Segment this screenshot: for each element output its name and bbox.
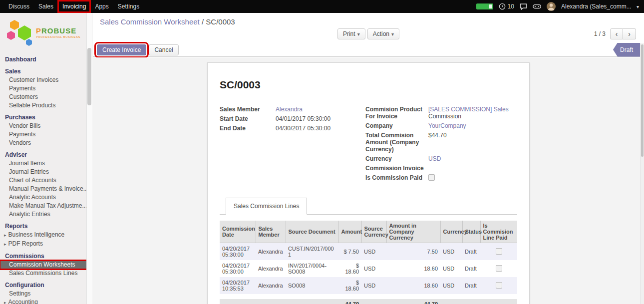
sidebar-item-customers[interactable]: Customers — [0, 93, 92, 101]
sidebar-item-manual-payments-invoice[interactable]: Manual Payments & Invoice... — [0, 185, 92, 193]
cell-amount-company[interactable]: 18.60 — [386, 260, 440, 277]
cell-currency[interactable]: USD — [440, 243, 462, 261]
cell-commission-date[interactable]: 04/20/2017 10:35:53 — [220, 277, 256, 294]
sidebar-item-sellable-products[interactable]: Sellable Products — [0, 101, 92, 110]
avatar[interactable] — [547, 2, 556, 11]
field-value-currency[interactable]: USD — [428, 155, 441, 162]
sidebar-item-commission-worksheets[interactable]: Commission Worksheets — [0, 261, 92, 269]
cell-amount-company[interactable]: 18.60 — [386, 277, 440, 294]
cell-source-currency[interactable]: USD — [361, 243, 386, 261]
sidebar-heading-purchases[interactable]: Purchases — [0, 112, 92, 122]
sidebar-heading-sales[interactable]: Sales — [0, 66, 92, 76]
cancel-button[interactable]: Cancel — [149, 44, 178, 55]
sidebar-item-chart-of-accounts[interactable]: Chart of Accounts — [0, 176, 92, 185]
sidebar-item-customer-invoices[interactable]: Customer Invoices — [0, 76, 92, 84]
table-row[interactable]: 04/20/2017 10:35:53 Alexandra SO008 $ 18… — [220, 277, 517, 294]
breadcrumb-parent-link[interactable]: Sales Commission Worksheet — [100, 17, 200, 26]
line-paid-checkbox[interactable] — [496, 265, 502, 272]
debug-icon[interactable] — [533, 3, 541, 9]
caret-down-icon — [637, 3, 639, 10]
line-paid-checkbox[interactable] — [496, 248, 502, 255]
sidebar-item-journal-items[interactable]: Journal Items — [0, 159, 92, 168]
cell-amount[interactable]: $ 18.60 — [338, 277, 361, 294]
column-header-is-commission-line-paid[interactable]: Is Commision Line Paid — [480, 221, 517, 243]
sidebar-item-settings[interactable]: Settings — [0, 290, 92, 298]
sidebar-item-vendors[interactable]: Vendors — [0, 139, 92, 147]
tab-sales-commission-lines[interactable]: Sales Commission Lines — [226, 198, 307, 215]
sidebar-item-business-intelligence[interactable]: Business Intelligence — [0, 231, 92, 240]
cell-source-document[interactable]: CUST.IN/2017/0001 — [286, 243, 338, 261]
user-menu[interactable]: Alexandra (Sales_comm... — [561, 3, 631, 10]
breadcrumb-separator: / — [200, 17, 206, 26]
sidebar-item-sales-commissions-lines[interactable]: Sales Commissions Lines — [0, 269, 92, 278]
cell-status[interactable]: Draft — [462, 243, 480, 261]
cell-commission-date[interactable]: 04/20/2017 05:30:00 — [220, 243, 256, 261]
field-value-commission-product[interactable]: [SALES COMMISSION] Sales — [428, 106, 509, 113]
status-badge-draft[interactable]: Draft — [613, 43, 640, 57]
cell-status[interactable]: Draft — [462, 277, 480, 294]
cell-currency[interactable]: USD — [440, 260, 462, 277]
sidebar-item-accounting[interactable]: Accounting — [0, 298, 92, 304]
sidebar-item-make-manual-tax-adjustment[interactable]: Make Manual Tax Adjustme... — [0, 202, 92, 210]
field-value-sales-member[interactable]: Alexandra — [276, 106, 303, 113]
field-value-end-date: 04/30/2017 05:30:00 — [276, 125, 360, 132]
table-row[interactable]: 04/20/2017 05:30:00 Alexandra CUST.IN/20… — [220, 243, 517, 261]
line-paid-checkbox[interactable] — [496, 282, 502, 289]
sidebar-scrollbar-thumb[interactable] — [87, 48, 91, 105]
sidebar-heading-configuration[interactable]: Configuration — [0, 280, 92, 290]
cell-sales-member[interactable]: Alexandra — [256, 243, 286, 261]
sidebar-item-analytic-accounts[interactable]: Analytic Accounts — [0, 193, 92, 202]
sidebar-heading-adviser[interactable]: Adviser — [0, 150, 92, 159]
is-commission-paid-checkbox[interactable] — [428, 174, 435, 181]
cell-sales-member[interactable]: Alexandra — [256, 277, 286, 294]
cell-source-currency[interactable]: USD — [361, 277, 386, 294]
create-invoice-button[interactable]: Create Invoice — [97, 44, 146, 55]
sidebar-item-dashboard[interactable]: Dashboard — [0, 54, 92, 64]
window-scrollbar-thumb[interactable] — [641, 44, 644, 157]
sidebar-item-vendor-bills[interactable]: Vendor Bills — [0, 122, 92, 130]
column-header-status[interactable]: Status — [462, 221, 480, 243]
column-header-currency[interactable]: Currency — [440, 221, 462, 243]
cell-amount[interactable]: $ 7.50 — [338, 243, 361, 261]
cell-source-currency[interactable]: USD — [361, 260, 386, 277]
print-button[interactable]: Print — [337, 28, 365, 39]
menu-sales[interactable]: Sales — [34, 0, 58, 12]
cell-amount-company[interactable]: 7.50 — [386, 243, 440, 261]
menu-invoicing[interactable]: Invoicing — [58, 0, 90, 12]
activity-counter[interactable]: 10 — [499, 3, 514, 10]
cell-currency[interactable]: USD — [440, 277, 462, 294]
column-header-commission-date[interactable]: Commission Date — [220, 221, 256, 243]
column-header-source-document[interactable]: Source Document — [286, 221, 338, 243]
sidebar-item-analytic-entries[interactable]: Analytic Entries — [0, 210, 92, 219]
menu-apps[interactable]: Apps — [90, 0, 113, 12]
cell-sales-member[interactable]: Alexandra — [256, 260, 286, 277]
table-row[interactable]: 04/20/2017 05:30:00 Alexandra INV/2017/0… — [220, 260, 517, 277]
window-scrollbar[interactable] — [640, 43, 644, 304]
sidebar-scrollbar[interactable] — [86, 13, 92, 304]
cell-commission-date[interactable]: 04/20/2017 05:30:00 — [220, 260, 256, 277]
cell-status[interactable]: Draft — [462, 260, 480, 277]
sidebar-item-payments-sales[interactable]: Payments — [0, 84, 92, 93]
menu-settings[interactable]: Settings — [113, 0, 144, 12]
column-header-sales-member[interactable]: Sales Member — [256, 221, 286, 243]
sidebar-item-pdf-reports[interactable]: PDF Reports — [0, 240, 92, 249]
column-header-amount-company-currency[interactable]: Amount in Company Currency — [386, 221, 440, 243]
logo-tagline: PROFESSIONAL BUSINESS — [36, 35, 80, 39]
menu-discuss[interactable]: Discuss — [4, 0, 34, 12]
cell-source-document[interactable]: SO008 — [286, 277, 338, 294]
cell-amount[interactable]: $ 18.60 — [338, 260, 361, 277]
column-header-amount[interactable]: Amount — [338, 221, 361, 243]
sidebar-item-journal-entries[interactable]: Journal Entries — [0, 168, 92, 176]
sidebar-heading-reports[interactable]: Reports — [0, 221, 92, 231]
messages-icon[interactable] — [520, 3, 527, 10]
cell-source-document[interactable]: INV/2017/0004-SO008 — [286, 260, 338, 277]
field-value-company[interactable]: YourCompany — [428, 122, 466, 129]
column-header-source-currency[interactable]: Source Currency — [361, 221, 386, 243]
caret-down-icon — [389, 30, 394, 37]
pager-next-button[interactable] — [623, 28, 636, 39]
pager-previous-button[interactable] — [610, 28, 623, 39]
total-amount: 44.70 — [338, 299, 361, 304]
action-button[interactable]: Action — [367, 28, 399, 39]
sidebar-item-payments-purchases[interactable]: Payments — [0, 130, 92, 139]
sidebar-heading-commissions[interactable]: Commissions — [0, 251, 92, 261]
